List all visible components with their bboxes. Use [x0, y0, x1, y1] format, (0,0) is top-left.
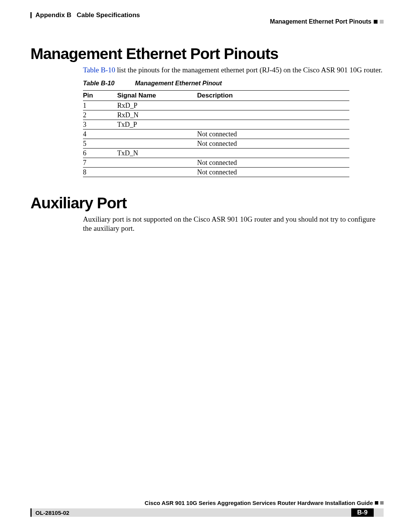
management-ethernet-pinout-table: Pin Signal Name Description 1 RxD_P 2 Rx… [83, 90, 349, 177]
col-header-pin: Pin [83, 91, 117, 101]
table-row: 4 Not connected [83, 129, 349, 139]
footer-page-number: B-9 [351, 508, 374, 517]
table-caption-text: Management Ethernet Pinout [135, 80, 222, 86]
cell-desc [197, 110, 349, 120]
table-number: Table B-10 [83, 80, 115, 86]
section-label: Management Ethernet Port Pinouts [270, 18, 371, 25]
footer-doc-title: Cisco ASR 901 10G Series Aggregation Ser… [145, 500, 373, 506]
cell-desc: Not connected [197, 168, 349, 177]
cell-pin: 3 [83, 120, 117, 129]
footer-page-wrap: B-9 [351, 508, 384, 517]
cell-signal: TxD_P [117, 120, 197, 129]
cell-pin: 7 [83, 158, 117, 168]
footer-bar: OL-28105-02 B-9 [30, 508, 384, 517]
cell-pin: 2 [83, 110, 117, 120]
paragraph-mgmt-text: list the pinouts for the management ethe… [115, 66, 382, 74]
header-right: Management Ethernet Port Pinouts [270, 18, 384, 25]
col-header-signal: Signal Name [117, 91, 197, 101]
cell-desc: Not connected [197, 158, 349, 168]
square-marker-icon [374, 20, 378, 24]
square-marker-icon [380, 501, 384, 505]
cell-pin: 4 [83, 129, 117, 139]
page-header: Appendix B Cable Specifications Manageme… [30, 11, 384, 19]
heading-management-ethernet: Management Ethernet Port Pinouts [30, 45, 278, 63]
paragraph-mgmt: Table B-10 list the pinouts for the mana… [83, 66, 384, 75]
appendix-label: Appendix B [35, 11, 71, 19]
footer-bar-tail [374, 508, 384, 517]
cell-signal [117, 168, 197, 177]
chapter-label: Cable Specifications [76, 11, 140, 19]
table-row: 6 TxD_N [83, 149, 349, 158]
table-row: 1 RxD_P [83, 101, 349, 110]
table-caption: Table B-10Management Ethernet Pinout [83, 80, 222, 87]
table-reference-link[interactable]: Table B-10 [83, 66, 115, 74]
cell-signal [117, 129, 197, 139]
cell-pin: 1 [83, 101, 117, 110]
cell-signal: RxD_N [117, 110, 197, 120]
cell-desc: Not connected [197, 129, 349, 139]
cell-desc [197, 120, 349, 129]
paragraph-aux: Auxiliary port is not supported on the C… [83, 215, 384, 233]
cell-pin: 5 [83, 139, 117, 149]
heading-auxiliary-port: Auxiliary Port [30, 194, 127, 212]
table-row: 2 RxD_N [83, 110, 349, 120]
cell-desc [197, 149, 349, 158]
cell-signal: RxD_P [117, 101, 197, 110]
footer-doc-id-area: OL-28105-02 [30, 508, 351, 517]
cell-desc [197, 101, 349, 110]
cell-signal [117, 139, 197, 149]
footer-doc-title-row: Cisco ASR 901 10G Series Aggregation Ser… [145, 500, 384, 506]
table-row: 8 Not connected [83, 168, 349, 177]
table-row: 5 Not connected [83, 139, 349, 149]
table-header-row: Pin Signal Name Description [83, 91, 349, 101]
square-marker-icon [375, 501, 378, 505]
cell-signal [117, 158, 197, 168]
table-row: 7 Not connected [83, 158, 349, 168]
cell-pin: 6 [83, 149, 117, 158]
footer-doc-id: OL-28105-02 [35, 510, 69, 516]
footer-rule-icon [30, 508, 32, 517]
page: Appendix B Cable Specifications Manageme… [0, 0, 411, 532]
header-rule-icon [30, 12, 32, 18]
cell-desc: Not connected [197, 139, 349, 149]
cell-signal: TxD_N [117, 149, 197, 158]
header-left: Appendix B Cable Specifications [30, 11, 384, 19]
col-header-description: Description [197, 91, 349, 101]
cell-pin: 8 [83, 168, 117, 177]
square-marker-icon [380, 20, 384, 24]
table-row: 3 TxD_P [83, 120, 349, 129]
